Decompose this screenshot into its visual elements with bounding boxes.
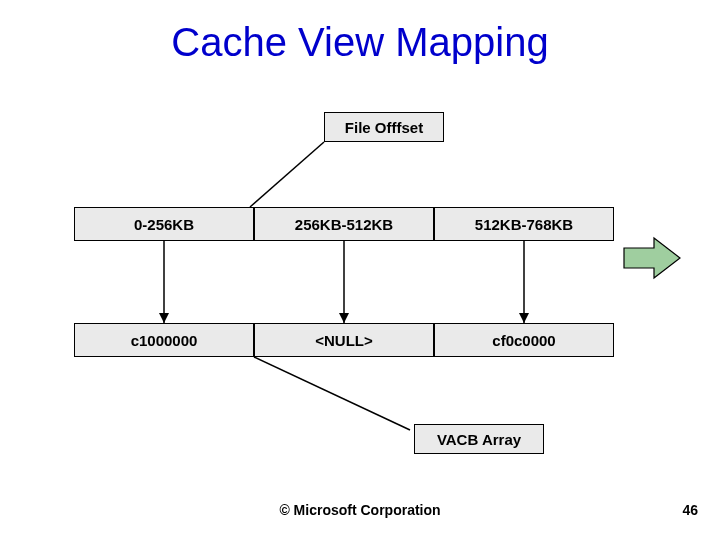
offset-cell-2: 512KB-768KB: [434, 207, 614, 241]
svg-line-0: [250, 142, 324, 207]
vacb-array-label: VACB Array: [414, 424, 544, 454]
vacb-cell-2: cf0c0000: [434, 323, 614, 357]
page-title: Cache View Mapping: [0, 20, 720, 65]
arrow-right-icon: [624, 238, 680, 278]
vacb-cell-0: c1000000: [74, 323, 254, 357]
copyright-footer: © Microsoft Corporation: [0, 502, 720, 518]
file-offset-label: File Offfset: [324, 112, 444, 142]
offset-cell-1: 256KB-512KB: [254, 207, 434, 241]
diagram-connectors: [0, 0, 720, 540]
vacb-cell-1: <NULL>: [254, 323, 434, 357]
offset-cell-0: 0-256KB: [74, 207, 254, 241]
page-number: 46: [682, 502, 698, 518]
svg-line-4: [254, 357, 410, 430]
